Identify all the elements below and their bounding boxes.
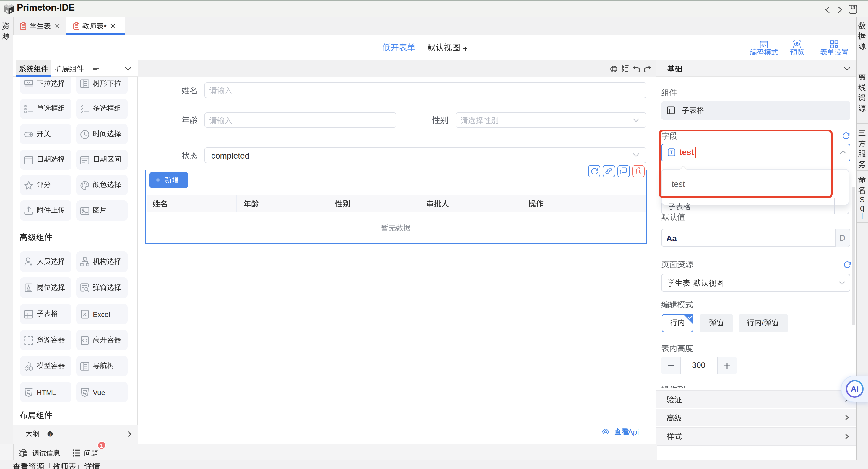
svg-text:Ai: Ai xyxy=(850,384,859,393)
svg-text:i: i xyxy=(50,432,51,437)
